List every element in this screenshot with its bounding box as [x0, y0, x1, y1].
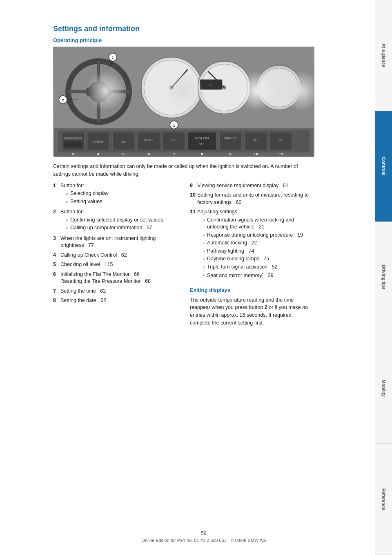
svg-text:11: 11 [279, 152, 284, 156]
bullet-arrow-icon: ▹ [203, 256, 205, 263]
item-content: Setting the date 62 [60, 297, 178, 304]
svg-point-13 [201, 64, 248, 111]
right-sidebar: At a glance Controls Driving tips Mobili… [375, 0, 392, 555]
item-number: 3 [53, 235, 60, 249]
svg-point-11 [169, 85, 174, 90]
item-number: 6 [53, 271, 60, 285]
bullet-arrow-icon: ▹ [66, 199, 68, 206]
item-content: Adjusting settings ▹ Confirmation signal… [197, 208, 314, 280]
bullet-text: Daytime running lamps 75 [207, 255, 269, 263]
item-content: Calling up Check Control 62 [60, 252, 178, 259]
left-column: 1 Button for: ▹ Selecting display ▹ Sett… [53, 182, 178, 331]
sidebar-tab-driving-tips[interactable]: Driving tips [375, 222, 392, 333]
bullet-text: Pathway lighting 74 [207, 248, 254, 255]
item-content: Initializing the Flat Tire Monitor 66 Re… [60, 271, 178, 285]
bullet-text: Calling up computer information 57 [70, 224, 152, 232]
item-content: Button for: ▹ Confirming selected displa… [60, 208, 178, 233]
svg-line-18 [208, 72, 225, 88]
item-content: Setting the time 62 [60, 288, 178, 295]
svg-rect-8 [87, 87, 111, 96]
item-number: 11 [190, 208, 197, 280]
bullet-item: ▹ Daytime running lamps 75 [203, 255, 314, 263]
list-item: 2 Button for: ▹ Confirming selected disp… [53, 208, 178, 233]
svg-rect-31 [188, 132, 216, 150]
svg-rect-25 [112, 132, 135, 150]
list-item: 6 Initializing the Flat Tire Monitor 66 … [53, 271, 178, 285]
sidebar-tab-mobility[interactable]: Mobility [375, 333, 392, 444]
svg-text:⊙: ⊙ [210, 84, 212, 87]
svg-line-51 [107, 61, 113, 69]
item-content: Viewing service requirement display 61 [197, 182, 314, 190]
bullet-arrow-icon: ▹ [203, 248, 205, 255]
svg-text:88888000000: 88888000000 [65, 137, 82, 140]
item-content: When the lights are on: instrument light… [60, 235, 178, 249]
svg-text:10: 10 [254, 152, 258, 156]
svg-text:6: 6 [148, 152, 150, 156]
svg-rect-22 [64, 141, 82, 148]
exiting-paragraph: The outside-temperature reading and the … [190, 296, 314, 327]
bullet-item: ▹ Confirming selected display or set val… [66, 217, 178, 224]
bullet-text: Confirming selected display or set value… [70, 217, 163, 224]
svg-text:7: 7 [173, 152, 175, 156]
list-item: 1 Button for: ▹ Selecting display ▹ Sett… [53, 182, 178, 206]
svg-point-49 [109, 53, 117, 61]
item-content: Setting formats and units of measure, re… [197, 192, 314, 206]
bullet-item: ▹ Confirmation signals when locking and … [203, 217, 314, 231]
bullet-arrow-icon: ▹ [203, 217, 205, 231]
list-item: 10 Setting formats and units of measure,… [190, 192, 314, 206]
svg-rect-29 [163, 132, 185, 150]
svg-rect-27 [138, 132, 160, 150]
intro-paragraph: Certain settings and information can onl… [53, 163, 314, 178]
svg-point-52 [59, 96, 67, 104]
footer-text: Online Edition for Part no. 01 41 2 600 … [53, 538, 354, 543]
item-number: 5 [53, 261, 60, 269]
sidebar-tab-reference[interactable]: Reference [375, 444, 392, 555]
svg-text:9: 9 [229, 152, 232, 156]
item-number: 1 [53, 182, 60, 206]
numbered-list-container: 1 Button for: ▹ Selecting display ▹ Sett… [53, 182, 314, 331]
bullet-arrow-icon: ▹ [66, 191, 68, 197]
list-item: 9 Viewing service requirement display 61 [190, 182, 314, 190]
bullet-text: Seat and mirror memory* 39 [207, 271, 274, 280]
svg-rect-36 [245, 132, 267, 150]
svg-text:1: 1 [112, 56, 114, 60]
bullet-arrow-icon: ▹ [66, 217, 68, 224]
sidebar-tab-controls[interactable]: Controls [375, 111, 392, 222]
item-number: 2 [53, 208, 60, 233]
svg-rect-58 [200, 79, 223, 90]
operating-principle-heading: Operating principle [53, 37, 354, 43]
item-number: 10 [190, 192, 197, 206]
svg-rect-34 [219, 132, 242, 150]
bullet-arrow-icon: ▹ [66, 225, 68, 232]
list-item: 3 When the lights are on: instrument lig… [53, 235, 178, 249]
exiting-displays-section: Exiting displays The outside-temperature… [190, 287, 314, 327]
svg-text:8: 8 [201, 152, 203, 156]
bullet-text: Response during unlocking procedure 19 [207, 232, 303, 239]
bullet-text: Confirmation signals when locking and un… [207, 217, 314, 231]
list-item: 4 Calling up Check Control 62 [53, 252, 178, 259]
list-item-setting-date: 8 Setting the date 62 [53, 297, 178, 304]
item-number: 8 [53, 297, 60, 304]
bullet-text: Setting values [70, 198, 102, 206]
svg-rect-20 [62, 132, 85, 150]
list-item: 5 Checking oil level 115 [53, 261, 178, 269]
svg-rect-1 [54, 128, 313, 157]
bullet-item: ▹ Triple turn signal activation 52 [203, 264, 314, 271]
list-item: 11 Adjusting settings ▹ Confirmation sig… [190, 208, 314, 280]
bullet-arrow-icon: ▹ [203, 240, 205, 247]
svg-text:3: 3 [72, 152, 74, 156]
svg-point-2 [68, 61, 129, 122]
svg-point-14 [222, 85, 226, 90]
sidebar-tab-at-a-glance[interactable]: At a glance [375, 0, 392, 111]
item-content: Checking oil level 115 [60, 261, 178, 269]
svg-point-55 [170, 121, 178, 129]
svg-point-12 [198, 61, 251, 114]
svg-text:SET: SET [278, 139, 284, 141]
svg-rect-19 [58, 130, 309, 152]
svg-point-16 [260, 68, 298, 107]
item-number: 4 [53, 252, 60, 259]
bullet-text: Selecting display [70, 190, 109, 197]
svg-text:SERVICE: SERVICE [224, 137, 237, 140]
bullet-item: ▹ Response during unlocking procedure 19 [203, 232, 314, 239]
svg-text:SET: SET [199, 143, 205, 145]
